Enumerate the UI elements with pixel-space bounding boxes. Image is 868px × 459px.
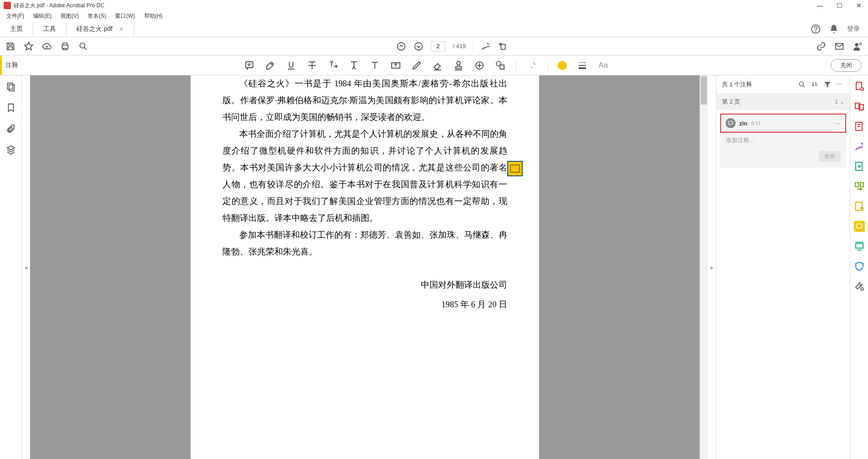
svg-rect-17 <box>9 85 14 91</box>
window-maximize[interactable]: ☐ <box>834 1 845 10</box>
comments-sort-icon[interactable] <box>811 80 819 89</box>
menu-sign[interactable]: 签名(S) <box>84 11 110 21</box>
layers-icon[interactable] <box>6 145 16 155</box>
publish-date: 1985 年 6 月 20 日 <box>222 296 507 313</box>
underline-tool-icon[interactable] <box>286 60 297 71</box>
eraser-tool-icon[interactable] <box>432 60 443 71</box>
insert-text-tool-icon[interactable] <box>348 60 359 71</box>
sticky-note-tool-icon[interactable] <box>244 60 255 71</box>
highlight-tool-icon[interactable] <box>265 60 276 71</box>
comment-tool-icon[interactable] <box>854 221 865 232</box>
comments-title: 共 1 个注释 <box>722 80 793 89</box>
svg-point-12 <box>457 61 460 65</box>
comments-page-label: 第 2 页 <box>722 98 740 106</box>
email-icon[interactable] <box>834 41 844 51</box>
text-tool-icon[interactable] <box>369 60 380 71</box>
scrollbar-thumb[interactable] <box>701 76 707 105</box>
font-sample[interactable]: Aa <box>598 60 609 71</box>
titlebar: 硅谷之火.pdf - Adobe Acrobat Pro DC — ☐ ✕ <box>0 0 868 11</box>
organize-icon[interactable] <box>854 181 865 192</box>
menu-window[interactable]: 窗口(W) <box>111 11 138 21</box>
page-number-input[interactable] <box>431 41 445 51</box>
tab-tools[interactable]: 工具 <box>33 21 66 37</box>
edit-pdf-icon[interactable] <box>854 121 865 132</box>
comment-item-header[interactable]: zin 9:11 ⋯ <box>720 114 846 133</box>
attachment-tool-icon[interactable] <box>474 60 485 71</box>
collapse-left-icon[interactable]: ◂ <box>22 75 30 459</box>
stamp-tool-icon[interactable] <box>453 60 464 71</box>
comments-search-icon[interactable] <box>798 80 806 89</box>
collapse-right-icon[interactable]: ▸ <box>708 75 716 459</box>
bookmark-icon[interactable] <box>6 103 16 113</box>
save-icon[interactable] <box>5 41 15 51</box>
menu-view[interactable]: 视图(V) <box>57 11 82 21</box>
sign-icon[interactable] <box>854 141 865 152</box>
print-icon[interactable] <box>60 41 70 51</box>
link-icon[interactable] <box>816 41 826 51</box>
protect-icon[interactable] <box>854 261 865 272</box>
share-user-icon[interactable] <box>853 41 863 51</box>
menu-edit[interactable]: 编辑(E) <box>30 11 55 21</box>
draw-tool-icon[interactable] <box>411 60 422 71</box>
svg-rect-6 <box>501 44 505 49</box>
svg-rect-10 <box>246 62 253 68</box>
vertical-scrollbar[interactable] <box>700 75 708 459</box>
comment-time: 9:11 <box>751 120 761 126</box>
scan-icon[interactable] <box>854 241 865 252</box>
window-minimize[interactable]: — <box>814 1 826 10</box>
page-down-icon[interactable] <box>414 41 424 51</box>
close-annotation-button[interactable]: 关闭 <box>831 59 862 72</box>
document-viewport[interactable]: 《硅谷之火》一书是于 1984 年由美国奥斯本/麦格劳-希尔出版社出版。作者保罗… <box>30 75 700 459</box>
bell-icon[interactable] <box>829 24 839 34</box>
more-tools-icon[interactable] <box>854 281 865 292</box>
attachment-icon[interactable] <box>6 124 16 134</box>
comments-more-icon[interactable]: ⋯ <box>836 80 844 89</box>
main-toolbar: / 419 <box>0 37 868 55</box>
comments-page-row[interactable]: 第 2 页 1 ⌄ <box>717 94 850 110</box>
replace-text-tool-icon[interactable] <box>328 60 338 71</box>
sign-tool-icon[interactable] <box>481 41 491 51</box>
app-icon <box>4 2 11 9</box>
textbox-tool-icon[interactable] <box>390 60 401 71</box>
comment-item[interactable]: zin 9:11 ⋯ 添加注释... 发布 <box>720 114 846 168</box>
tab-close-icon[interactable]: × <box>120 25 123 33</box>
menu-help[interactable]: 帮助(H) <box>141 11 167 21</box>
comment-item-more-icon[interactable]: ⋯ <box>835 120 841 127</box>
paragraph-2: 本书全面介绍了计算机，尤其是个人计算机的发展史，从各种不同的角度介绍了微型机硬件… <box>222 126 507 227</box>
tab-document[interactable]: 硅谷之火.pdf × <box>66 21 134 37</box>
tab-home[interactable]: 主页 <box>0 21 33 37</box>
svg-rect-27 <box>860 183 863 187</box>
combine-icon[interactable] <box>854 101 865 112</box>
create-pdf-icon[interactable] <box>854 81 865 92</box>
svg-point-18 <box>799 82 803 86</box>
color-picker[interactable] <box>558 61 567 70</box>
menu-file[interactable]: 文件(F) <box>3 11 28 21</box>
comments-panel: 共 1 个注释 ⋯ 第 2 页 1 ⌄ zin 9:11 ⋯ 添加注释... 发… <box>716 75 850 459</box>
window-close[interactable]: ✕ <box>853 1 864 10</box>
comment-author: zin <box>739 120 747 127</box>
help-icon[interactable] <box>811 24 821 34</box>
line-weight-icon[interactable] <box>577 60 588 71</box>
thumbnails-icon[interactable] <box>6 82 16 92</box>
login-button[interactable]: 登录 <box>847 25 860 33</box>
cloud-icon[interactable] <box>42 41 52 51</box>
comment-input[interactable]: 添加注释... <box>726 136 841 148</box>
svg-rect-29 <box>857 224 862 228</box>
star-icon[interactable] <box>24 41 34 51</box>
rotate-icon[interactable] <box>498 41 508 51</box>
left-rail <box>0 75 22 459</box>
page-up-icon[interactable] <box>396 41 406 51</box>
search-icon[interactable] <box>78 41 88 51</box>
send-icon[interactable] <box>854 201 865 212</box>
comments-filter-icon[interactable] <box>823 80 832 89</box>
export-icon[interactable] <box>854 161 865 172</box>
publish-button[interactable]: 发布 <box>819 151 841 162</box>
strikethrough-tool-icon[interactable] <box>307 60 318 71</box>
paragraph-1: 《硅谷之火》一书是于 1984 年由美国奥斯本/麦格劳-希尔出版社出版。作者保罗… <box>222 75 507 126</box>
shapes-tool-icon[interactable] <box>495 60 506 71</box>
svg-point-4 <box>398 42 405 50</box>
sticky-note-marker[interactable] <box>507 161 523 176</box>
pin-icon[interactable] <box>526 60 537 71</box>
svg-point-1 <box>816 31 816 32</box>
tabbar: 主页 工具 硅谷之火.pdf × 登录 <box>0 21 868 37</box>
